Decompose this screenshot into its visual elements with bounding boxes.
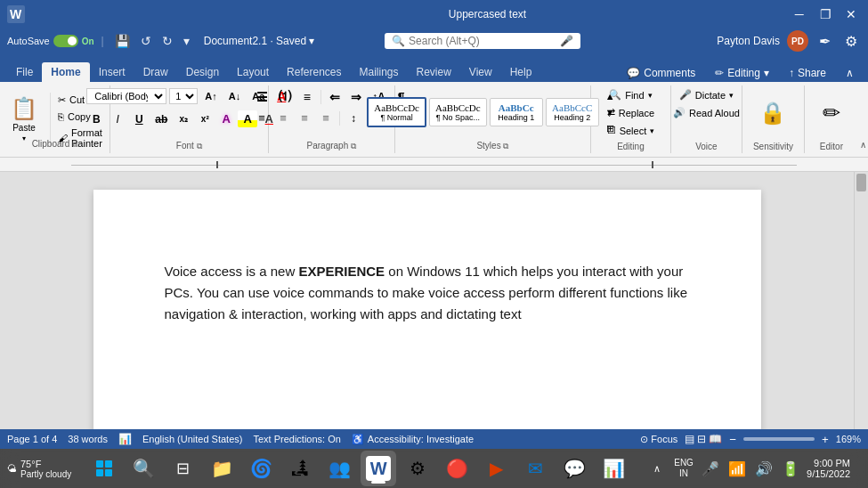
undo-button[interactable]: ↺: [137, 32, 155, 50]
save-button[interactable]: 💾: [111, 32, 134, 50]
font-family-select[interactable]: Calibri (Body): [86, 88, 166, 104]
clock[interactable]: 9:00 PM 9/15/2022: [807, 458, 850, 479]
focus-button[interactable]: ⊙ Focus: [640, 434, 677, 445]
strikethrough-button[interactable]: ab: [150, 111, 172, 127]
weather-widget[interactable]: 🌤 75°F Partly cloudy: [7, 459, 71, 479]
taskbar-search-button[interactable]: 🔍: [126, 451, 161, 486]
dictate-button[interactable]: 🎤 Dictate ▾: [676, 87, 737, 102]
photos-button[interactable]: 🏞: [282, 451, 318, 486]
vertical-scrollbar[interactable]: [854, 172, 868, 429]
tab-file[interactable]: File: [7, 62, 42, 82]
align-left-button[interactable]: ≡: [252, 110, 272, 126]
tab-help[interactable]: Help: [501, 62, 541, 82]
document-scroll-area: Voice access is a new EXPERIENCE on Wind…: [0, 172, 868, 429]
zoom-level[interactable]: 169%: [836, 434, 861, 444]
hidden-icons-button[interactable]: ∧: [646, 458, 668, 479]
app8-button[interactable]: ▶: [478, 451, 514, 486]
more-qa-button[interactable]: ▾: [180, 32, 193, 50]
comments-button[interactable]: 💬 Comments: [620, 64, 702, 82]
settings-button[interactable]: ⚙: [841, 31, 861, 52]
tab-mailings[interactable]: Mailings: [350, 62, 407, 82]
app11-button[interactable]: 📊: [596, 451, 631, 486]
app7-button[interactable]: 🔴: [439, 451, 475, 486]
font-grow-button[interactable]: A↑: [200, 89, 221, 103]
underline-button[interactable]: U: [129, 111, 149, 127]
edge-button[interactable]: 🌀: [243, 451, 279, 486]
tab-review[interactable]: Review: [408, 62, 460, 82]
accessibility-check[interactable]: ♿ Accessibility: Investigate: [352, 434, 474, 445]
numbering-button[interactable]: ⑴: [274, 87, 296, 107]
font-shrink-button[interactable]: A↓: [224, 89, 245, 103]
styles-expand-icon[interactable]: ⧉: [503, 142, 508, 150]
network-icon[interactable]: 📶: [726, 458, 748, 479]
sensitivity-button[interactable]: 🔒: [752, 94, 793, 133]
start-button[interactable]: [86, 451, 122, 486]
share-button[interactable]: ↑ Share: [782, 64, 833, 82]
bold-button[interactable]: B: [86, 111, 106, 127]
editor-button[interactable]: ✏: [815, 94, 848, 133]
zoom-in-button[interactable]: +: [822, 433, 829, 446]
align-right-button[interactable]: ≡: [295, 110, 314, 126]
zoom-slider[interactable]: [743, 437, 815, 441]
decrease-indent-button[interactable]: ⇐: [325, 88, 345, 106]
language-indicator[interactable]: English (United States): [142, 434, 243, 444]
align-center-button[interactable]: ≡: [273, 110, 293, 126]
autosave-toggle[interactable]: [53, 35, 78, 47]
print-view-button[interactable]: ▤: [685, 433, 694, 445]
tab-references[interactable]: References: [278, 62, 350, 82]
tab-view[interactable]: View: [460, 62, 501, 82]
web-view-button[interactable]: ⊟: [697, 433, 706, 445]
para-expand-icon[interactable]: ⧉: [351, 142, 356, 150]
style-normal[interactable]: AaBbCcDc ¶ Normal: [367, 97, 426, 127]
multilevel-button[interactable]: ≡: [297, 88, 317, 106]
app9-button[interactable]: ✉: [517, 451, 553, 486]
tab-home[interactable]: Home: [42, 62, 89, 82]
file-explorer-button[interactable]: 📁: [204, 451, 239, 486]
teams-button[interactable]: 👥: [321, 451, 357, 486]
style-heading1[interactable]: AaBbCc Heading 1: [490, 98, 543, 126]
document-content[interactable]: Voice access is a new EXPERIENCE on Wind…: [165, 261, 690, 325]
settings-taskbar-button[interactable]: ⚙: [400, 451, 435, 486]
volume-icon[interactable]: 🔊: [753, 458, 775, 479]
tab-design[interactable]: Design: [177, 62, 228, 82]
pen-icon[interactable]: ✒: [815, 31, 834, 52]
select-button[interactable]: ☐ Select ▾: [604, 123, 659, 138]
app10-icon: 💬: [564, 458, 586, 479]
style-no-spacing[interactable]: AaBbCcDc ¶ No Spac...: [429, 98, 487, 126]
document-page[interactable]: Voice access is a new EXPERIENCE on Wind…: [93, 190, 761, 429]
justify-button[interactable]: ≡: [316, 110, 336, 126]
expand-icon[interactable]: ⧉: [72, 140, 77, 149]
app10-button[interactable]: 💬: [556, 451, 592, 486]
mic-button[interactable]: 🎤: [700, 458, 721, 479]
italic-button[interactable]: I: [108, 111, 127, 127]
battery-icon[interactable]: 🔋: [780, 458, 801, 479]
text-effect-button[interactable]: A: [216, 110, 236, 127]
read-view-button[interactable]: 📖: [709, 433, 722, 445]
ribbon-expand-collapse[interactable]: ∧: [858, 85, 868, 153]
tab-insert[interactable]: Insert: [90, 62, 134, 82]
text-predictions[interactable]: Text Predictions: On: [253, 434, 340, 444]
font-expand-icon[interactable]: ⧉: [197, 142, 202, 150]
search-input[interactable]: [409, 35, 556, 47]
editing-button[interactable]: ✏ Editing ▾: [708, 64, 776, 82]
redo-button[interactable]: ↻: [158, 32, 176, 50]
bullets-button[interactable]: ☰: [252, 88, 272, 106]
line-spacing-button[interactable]: ↕: [344, 110, 363, 126]
user-avatar[interactable]: PD: [787, 30, 808, 52]
subscript-button[interactable]: x₂: [174, 112, 193, 126]
ribbon-collapse-button[interactable]: ∧: [839, 64, 861, 82]
word-taskbar-button[interactable]: W: [361, 451, 396, 486]
zoom-out-button[interactable]: −: [729, 433, 736, 446]
close-button[interactable]: ✕: [842, 4, 861, 24]
superscript-button[interactable]: x²: [195, 112, 215, 126]
language-button[interactable]: ENG IN: [673, 458, 694, 479]
find-button[interactable]: 🔍 Find ▾: [605, 87, 655, 102]
tab-draw[interactable]: Draw: [134, 62, 177, 82]
tab-layout[interactable]: Layout: [228, 62, 278, 82]
font-size-select[interactable]: 11: [169, 88, 198, 104]
replace-button[interactable]: ⇄ Replace: [604, 105, 658, 120]
read-aloud-button[interactable]: 🔊 Read Aloud: [669, 105, 743, 120]
task-view-button[interactable]: ⊟: [165, 451, 200, 486]
minimize-button[interactable]: ─: [790, 4, 808, 24]
restore-button[interactable]: ❐: [815, 4, 834, 24]
